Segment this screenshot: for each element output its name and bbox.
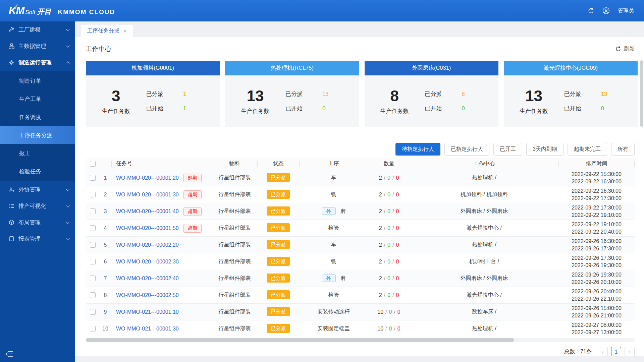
table-row[interactable]: 5 WO-MMO-020---00002:20 行星组件部装 已分派 车 2/0…: [86, 237, 635, 253]
table-row[interactable]: 6 WO-MMO-020---00002:30 行星组件部装 已分派 铣 2/0…: [86, 253, 635, 270]
row-checkbox[interactable]: [90, 208, 96, 214]
row-checkbox[interactable]: [90, 225, 96, 231]
sidebar-item-inspection-task[interactable]: 检验任务: [0, 162, 75, 180]
workcenter-card-title[interactable]: 激光焊接中心(JGC09): [504, 61, 638, 75]
next-page-button[interactable]: ›: [625, 347, 635, 356]
sidebar-item-work-report[interactable]: 报工: [0, 144, 75, 162]
row-index: 6: [99, 259, 111, 265]
table-row[interactable]: 8 WO-MMO-020---00002:50 行星组件部装 已分派 检验 2/…: [86, 287, 635, 304]
row-index: 1: [99, 175, 111, 181]
sidebar-item-production-workorder[interactable]: 生产工单: [0, 90, 75, 108]
filter-overdue[interactable]: 超期未完工: [568, 143, 607, 156]
process-cell: 外磨: [299, 208, 368, 215]
vertical-scrollbar-thumb[interactable]: [640, 60, 643, 127]
qty-cell: 2/0/0: [368, 276, 410, 282]
sidebar-item-task-scheduling[interactable]: 任务调度: [0, 108, 75, 126]
user-name[interactable]: 管理员: [618, 7, 634, 14]
overdue-badge: 超期: [183, 174, 202, 182]
table-header: 任务号 物料 状态 工序 数量 工作中心 排产时间: [86, 158, 635, 170]
tab-process-task-dispatch[interactable]: 工序任务分派 ×: [81, 25, 133, 37]
refresh-button[interactable]: 刷新: [615, 46, 635, 53]
schedule-cell: 2022-09-22 19:10:002022-09-22 20:40:00: [558, 221, 635, 236]
table-footer: 总数：71条 ‹ 1 ›: [75, 344, 644, 356]
task-number-link[interactable]: WO-MMO-020---00002:40: [116, 276, 179, 282]
horizontal-scrollbar[interactable]: [86, 338, 635, 342]
sidebar-item-process-task-dispatch[interactable]: 工序任务分派: [0, 126, 75, 144]
sidebar-item-layout-management[interactable]: 布局管理: [0, 214, 75, 231]
row-checkbox[interactable]: [90, 276, 96, 281]
task-count-label: 生产任务数: [86, 107, 146, 115]
workcenter-cell: 激光焊接中心 /: [410, 225, 558, 232]
task-number-link[interactable]: WO-MMO-020---00002:50: [116, 292, 179, 298]
filter-all[interactable]: 所有: [611, 143, 635, 156]
logo-flame-icon: [14, 3, 19, 9]
table-row[interactable]: 7 WO-MMO-020---00002:40 行星组件部装 已分派 外磨 2/…: [86, 270, 635, 287]
process-cell: 车: [299, 241, 368, 248]
sidebar-item-outsourcing[interactable]: 外协管理: [0, 181, 75, 198]
task-number-link[interactable]: WO-MMO-020---00001:30: [116, 192, 179, 198]
filter-due-3days[interactable]: 3天内到期: [526, 143, 564, 156]
task-number-link[interactable]: WO-MMO-020---00001:20: [116, 175, 179, 181]
column-workcenter: 工作中心: [410, 158, 558, 170]
row-checkbox[interactable]: [90, 309, 96, 315]
table-row[interactable]: 3 WO-MMO-020---00001:40超期 行星组件部装 已分派 外磨 …: [86, 203, 635, 220]
material-cell: 行星组件部装: [212, 308, 257, 315]
status-badge: 已分派: [267, 257, 290, 266]
column-process: 工序: [299, 158, 368, 170]
task-number-link[interactable]: WO-MMO-020---00001:40: [116, 208, 179, 215]
task-number-link[interactable]: WO-MMO-021---00001:30: [116, 326, 179, 332]
schedule-cell: 2022-09-26 17:30:002022-09-26 19:30:00: [558, 254, 635, 269]
row-checkbox[interactable]: [90, 326, 96, 331]
started-label: 已开始: [425, 105, 449, 112]
sidebar-item-schedule-visualization[interactable]: 排产可视化: [0, 198, 75, 214]
row-index: 3: [99, 208, 111, 215]
workcenter-cell: 激光焊接中心 /: [410, 292, 558, 299]
workcenter-cell: 热处理机 /: [410, 174, 558, 181]
workcenter-card-title[interactable]: 热处理机(RCL75): [225, 61, 359, 75]
task-number-link[interactable]: WO-MMO-021---00001:10: [116, 309, 179, 315]
sidebar-item-report-management[interactable]: 报表管理: [0, 231, 75, 247]
sidebar-item-label: 布局管理: [18, 219, 66, 226]
refresh-page-icon[interactable]: [588, 7, 594, 14]
sidebar-item-factory-modeling[interactable]: 工厂建模: [0, 21, 75, 38]
filter-started[interactable]: 已开工: [493, 143, 522, 156]
outsource-tag: 外: [322, 207, 336, 215]
process-cell: 安装固定端盖: [299, 325, 368, 332]
schedule-cell: 2022-09-27 08:00:002022-09-27 13:00:00: [558, 321, 635, 336]
task-number-link[interactable]: WO-MMO-020---00001:50: [116, 225, 179, 231]
started-count: 0: [601, 105, 604, 112]
material-cell: 行星组件部装: [212, 325, 257, 332]
task-number-link[interactable]: WO-MMO-020---00002:30: [116, 259, 179, 265]
chevron-down-icon: [66, 220, 69, 224]
table-row[interactable]: 9 WO-MMO-021---00001:10 行星组件部装 已分派 安装传动连…: [86, 304, 635, 320]
table-row[interactable]: 10 WO-MMO-021---00001:30 行星组件部装 已分派 安装固定…: [86, 320, 635, 337]
table-row[interactable]: 4 WO-MMO-020---00001:50超期 行星组件部装 已分派 检验 …: [86, 220, 635, 237]
row-checkbox[interactable]: [90, 259, 96, 264]
top-header: KM Soft 开目 KMMOM CLOUD 管理员: [0, 0, 644, 21]
workcenter-cell: 数控车床 /: [410, 308, 558, 315]
select-all-checkbox[interactable]: [90, 161, 96, 167]
brand-name: KMMOM CLOUD: [58, 8, 115, 16]
row-checkbox[interactable]: [90, 242, 96, 248]
close-icon[interactable]: ×: [123, 28, 127, 35]
workcenter-card-title[interactable]: 机加领料(G0001): [86, 61, 220, 75]
prev-page-button[interactable]: ‹: [598, 347, 608, 356]
row-checkbox[interactable]: [90, 175, 96, 181]
sidebar-item-manufacturing-order[interactable]: 制造订单: [0, 72, 75, 90]
table-row[interactable]: 2 WO-MMO-020---00001:30超期 行星组件部装 已分派 铣 2…: [86, 186, 635, 203]
sidebar-item-manufacturing-ops[interactable]: 制造运行管理: [0, 54, 75, 71]
workcenter-card-title[interactable]: 外圆磨床(C031): [365, 61, 498, 75]
status-badge: 已分派: [267, 190, 290, 199]
horizontal-scrollbar-thumb[interactable]: [86, 338, 514, 342]
row-checkbox[interactable]: [90, 192, 96, 197]
filter-pending-executor[interactable]: 待指定执行人: [395, 143, 440, 156]
started-label: 已开始: [146, 105, 170, 112]
table-row[interactable]: 1 WO-MMO-020---00001:20超期 行星组件部装 已分派 车 2…: [86, 170, 635, 186]
collapse-sidebar-icon[interactable]: [5, 351, 15, 359]
sidebar-item-master-data[interactable]: 主数据管理: [0, 38, 75, 54]
row-checkbox[interactable]: [90, 292, 96, 298]
filter-assigned-executor[interactable]: 已指定执行人: [444, 143, 489, 156]
user-avatar-icon[interactable]: [602, 7, 610, 14]
task-number-link[interactable]: WO-MMO-020---00002:20: [116, 242, 179, 248]
page-number-button[interactable]: 1: [611, 347, 621, 356]
